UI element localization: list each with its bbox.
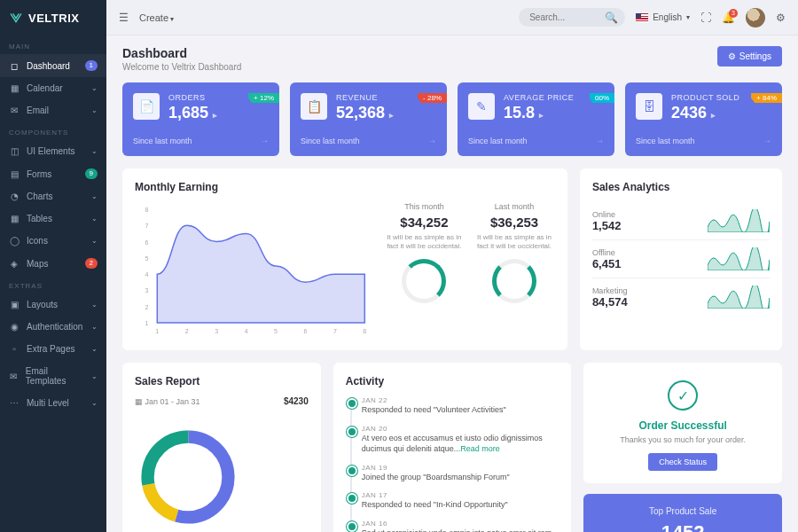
sidebar-item-authentication[interactable]: ◉Authentication⌄ — [0, 316, 106, 338]
◉-icon: ◉ — [9, 322, 20, 332]
sidebar-item-charts[interactable]: ◔Charts⌄ — [0, 185, 106, 207]
sidebar-item-email-templates[interactable]: ✉Email Templates⌄ — [0, 360, 106, 392]
chevron-down-icon: ⌄ — [91, 147, 98, 155]
analytics-label: Marketing — [592, 286, 628, 295]
menu-toggle-icon[interactable]: ☰ — [119, 12, 129, 24]
sidebar-item-extra-pages[interactable]: ▫Extra Pages⌄ — [0, 338, 106, 360]
nav-badge: 1 — [85, 60, 98, 71]
nav-label: Calendar — [27, 83, 63, 93]
chevron-down-icon: ⌄ — [91, 237, 98, 245]
avatar[interactable] — [746, 8, 765, 27]
settings-button[interactable]: ⚙ Settings — [717, 46, 782, 66]
sidebar-item-calendar[interactable]: ▦Calendar⌄ — [0, 77, 106, 99]
progress-ring-icon — [492, 259, 536, 303]
▣-icon: ▣ — [9, 300, 20, 309]
svg-text:2: 2 — [185, 328, 189, 334]
svg-text:3: 3 — [145, 287, 148, 293]
top-product-label: Top Product Sale — [596, 506, 770, 516]
area-chart: 12345678 12345678 — [135, 202, 375, 335]
svg-text:4: 4 — [245, 328, 248, 334]
nav-label: Email — [27, 106, 49, 115]
analytics-row: Marketing84,574 — [592, 278, 770, 316]
stat-card-orders: 📄 ORDERS1,685 ▸ + 12% Since last month→ — [122, 82, 279, 156]
stat-card-product-sold: 🗄 PRODUCT SOLD2436 ▸ + 84% Since last mo… — [625, 82, 782, 156]
stat-since: Since last month — [468, 137, 528, 145]
stat-since: Since last month — [301, 137, 360, 145]
create-dropdown[interactable]: Create — [139, 12, 174, 23]
nav-label: Email Templates — [26, 366, 84, 386]
search-icon[interactable]: 🔍 — [605, 12, 618, 24]
stat-value: 15.8 ▸ — [504, 104, 574, 122]
sparkline-icon — [708, 286, 770, 309]
sales-analytics-card: Sales Analytics Online1,542 Offline6,451… — [580, 168, 782, 350]
analytics-row: Online1,542 — [592, 202, 770, 240]
timeline-date: JAN 20 — [362, 425, 559, 433]
stat-icon: 📄 — [133, 93, 160, 120]
nav-badge: 9 — [85, 168, 98, 179]
timeline-item: JAN 19 Joined the group "Boardsmanship F… — [362, 464, 559, 492]
nav-label: Multi Level — [27, 398, 69, 408]
svg-text:3: 3 — [215, 328, 218, 334]
arrow-right-icon[interactable]: → — [261, 137, 269, 145]
nav-label: Dashboard — [27, 61, 70, 71]
svg-text:1: 1 — [155, 328, 159, 334]
chevron-down-icon: ⌄ — [91, 106, 98, 114]
svg-text:6: 6 — [303, 328, 307, 334]
analytics-label: Offline — [592, 248, 622, 257]
sidebar-item-forms[interactable]: ▤Forms9 — [0, 162, 106, 185]
page-title: Dashboard — [122, 46, 241, 60]
▦-icon: ▦ — [9, 214, 20, 223]
sidebar-item-dashboard[interactable]: ◻Dashboard1 — [0, 54, 106, 77]
arrow-right-icon[interactable]: → — [428, 137, 436, 145]
settings-gear-icon[interactable]: ⚙ — [776, 12, 786, 24]
sidebar-item-layouts[interactable]: ▣Layouts⌄ — [0, 293, 106, 316]
sparkline-icon — [708, 247, 770, 270]
sidebar: VELTRIX MAIN ◻Dashboard1▦Calendar⌄✉Email… — [0, 0, 106, 532]
fullscreen-icon[interactable]: ⛶ — [700, 12, 711, 24]
top-product-value: 1452 — [596, 521, 770, 532]
timeline-item: JAN 20 At vero eos et accusamus et iusto… — [362, 425, 559, 464]
settings-button-label: Settings — [739, 51, 771, 61]
this-month-value: $34,252 — [384, 215, 466, 230]
this-month-label: This month — [384, 202, 466, 211]
sidebar-item-multi-level[interactable]: ⋯Multi Level⌄ — [0, 392, 106, 414]
order-title: Order Successful — [596, 419, 770, 432]
donut-chart — [135, 424, 241, 530]
sidebar-item-icons[interactable]: ◯Icons⌄ — [0, 230, 106, 252]
analytics-value: 1,542 — [592, 219, 622, 232]
progress-ring-icon — [402, 259, 446, 303]
last-month-blurb: It will be as simple as in fact it will … — [473, 233, 555, 252]
check-status-button[interactable]: Check Status — [648, 453, 717, 471]
svg-text:8: 8 — [363, 328, 366, 334]
sidebar-item-tables[interactable]: ▦Tables⌄ — [0, 207, 106, 230]
brand-logo[interactable]: VELTRIX — [0, 0, 106, 35]
svg-text:5: 5 — [145, 255, 148, 262]
timeline-text: Responded to need "Volunteer Activities" — [362, 404, 559, 416]
svg-text:4: 4 — [145, 271, 148, 278]
arrow-right-icon[interactable]: → — [763, 137, 771, 145]
sales-amount: $4230 — [284, 396, 309, 406]
sidebar-item-email[interactable]: ✉Email⌄ — [0, 99, 106, 121]
language-dropdown[interactable]: English ▾ — [636, 12, 690, 22]
monthly-earning-card: Monthly Earning 12345678 12345678 — [122, 168, 567, 350]
stat-value: 2436 ▸ — [671, 104, 739, 122]
chevron-down-icon: ⌄ — [91, 323, 98, 331]
nav-label: Charts — [27, 192, 52, 201]
◔-icon: ◔ — [9, 192, 20, 201]
stat-icon: 🗄 — [636, 93, 662, 120]
sales-report-card: Sales Report ▦ Jan 01 - Jan 31 $4230 Des… — [122, 363, 321, 532]
stat-delta-tag: - 28% — [418, 93, 447, 103]
stat-label: PRODUCT SOLD — [671, 93, 739, 102]
bell-icon[interactable]: 🔔3 — [722, 12, 735, 24]
chevron-down-icon: ⌄ — [91, 192, 98, 200]
timeline-text: At vero eos et accusamus et iusto odio d… — [362, 433, 559, 455]
analytics-value: 6,451 — [592, 257, 622, 270]
top-product-card: Top Product Sale 1452 Computer At solmen… — [583, 494, 782, 532]
stat-card-revenue: 📋 REVENUE52,368 ▸ - 28% Since last month… — [290, 82, 447, 156]
read-more-link[interactable]: Read more — [460, 444, 500, 453]
sidebar-item-maps[interactable]: ◈Maps2 — [0, 252, 106, 275]
sidebar-item-ui-elements[interactable]: ◫UI Elements⌄ — [0, 140, 106, 162]
arrow-right-icon[interactable]: → — [596, 137, 604, 145]
chevron-down-icon: ⌄ — [91, 345, 98, 353]
timeline-text: Responded to need "In-Kind Opportunity" — [362, 499, 559, 511]
